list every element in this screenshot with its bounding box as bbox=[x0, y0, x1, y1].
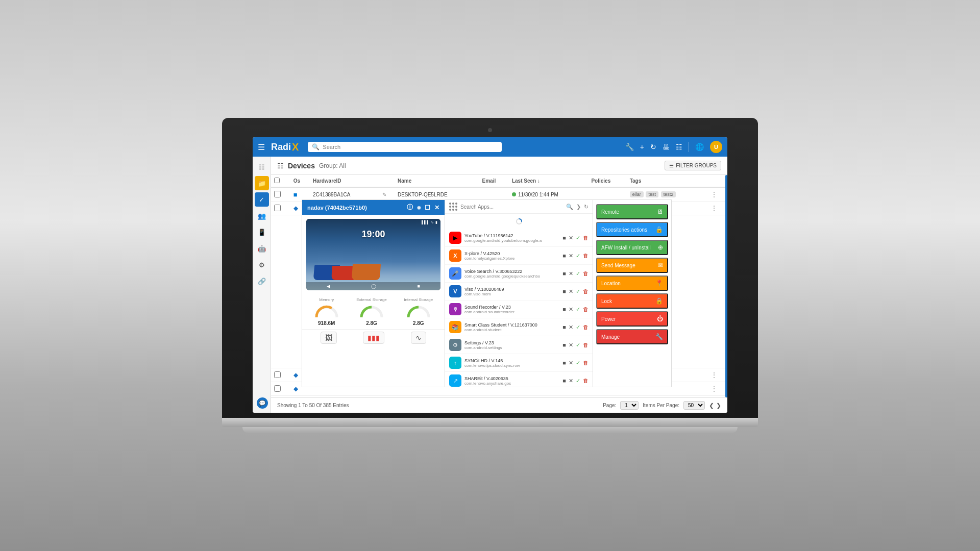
app-cancel-icon[interactable]: ✕ bbox=[569, 253, 573, 259]
search-input[interactable] bbox=[323, 144, 498, 150]
apps-search-input[interactable] bbox=[460, 204, 563, 210]
device-screenshot-area: ▌▌▌ ∿ ▮ 19:00 bbox=[306, 219, 440, 290]
popup-desktop-icon[interactable]: ⎈ bbox=[417, 204, 421, 211]
hamburger-menu-icon[interactable]: ☰ bbox=[258, 142, 265, 152]
app-cancel-icon[interactable]: ✕ bbox=[569, 378, 573, 384]
next-page-icon[interactable]: ❯ bbox=[716, 402, 721, 409]
apps-refresh-icon[interactable]: ↻ bbox=[584, 204, 589, 210]
metric-internal-value: 2.8G bbox=[413, 320, 424, 326]
power-button[interactable]: Power ⏻ bbox=[596, 311, 668, 327]
popup-info-icon[interactable]: ⓘ bbox=[407, 203, 413, 212]
tag-eilar: eilar bbox=[630, 191, 644, 197]
battery-chart-button[interactable]: ▮▮▮ bbox=[363, 332, 384, 344]
grid-menu-icon[interactable] bbox=[449, 203, 457, 211]
app-stop-icon[interactable]: ■ bbox=[562, 235, 566, 241]
back-btn[interactable]: ◀ bbox=[327, 284, 330, 289]
app-trash-icon[interactable]: 🗑 bbox=[583, 270, 589, 277]
device-icons-row: 🖼 ▮▮▮ ∿ bbox=[302, 329, 445, 346]
row-menu-icon[interactable]: ⋮ bbox=[710, 190, 718, 198]
sidebar-item-apps[interactable]: ☷ bbox=[255, 160, 269, 174]
chat-bubble[interactable]: 💬 bbox=[257, 397, 268, 409]
row-checkbox[interactable] bbox=[274, 191, 281, 197]
monitor-icon: 🖼 bbox=[325, 334, 332, 342]
location-button[interactable]: Location 📍 bbox=[596, 276, 668, 291]
app-cancel-icon[interactable]: ✕ bbox=[569, 306, 573, 313]
app-cancel-icon[interactable]: ✕ bbox=[569, 270, 573, 277]
remote-button[interactable]: Remote 🖥 bbox=[596, 204, 668, 219]
app-check-icon[interactable]: ✓ bbox=[576, 324, 580, 331]
grid-icon[interactable]: ☷ bbox=[676, 143, 682, 151]
search-box[interactable]: 🔍 bbox=[308, 142, 502, 152]
app-trash-icon[interactable]: 🗑 bbox=[583, 235, 589, 241]
sidebar-item-folder[interactable]: 📁 bbox=[255, 176, 269, 190]
popup-right-gap bbox=[596, 347, 668, 383]
sidebar-item-users[interactable]: 👥 bbox=[255, 209, 269, 223]
app-cancel-icon[interactable]: ✕ bbox=[569, 360, 573, 366]
app-cancel-icon[interactable]: ✕ bbox=[569, 288, 573, 295]
app-stop-icon[interactable]: ■ bbox=[562, 306, 566, 312]
apps-nav-icon[interactable]: ❯ bbox=[576, 204, 581, 210]
app-check-icon[interactable]: ✓ bbox=[576, 270, 580, 277]
items-per-page-select[interactable]: 50 bbox=[683, 401, 705, 410]
app-cancel-icon[interactable]: ✕ bbox=[569, 342, 573, 348]
page-select[interactable]: 1 bbox=[620, 401, 639, 410]
wrench-icon[interactable]: 🔧 bbox=[625, 143, 634, 151]
app-check-icon[interactable]: ✓ bbox=[576, 360, 580, 366]
app-stop-icon[interactable]: ■ bbox=[562, 360, 566, 366]
sidebar-item-settings[interactable]: ⚙ bbox=[255, 258, 269, 272]
lock-button[interactable]: Lock 🔒 bbox=[596, 293, 668, 309]
wifi-button[interactable]: ∿ bbox=[411, 332, 426, 344]
app-check-icon[interactable]: ✓ bbox=[576, 306, 580, 313]
avatar[interactable]: U bbox=[710, 141, 722, 153]
sidebar-item-android[interactable]: 🤖 bbox=[255, 241, 269, 256]
app-stop-icon[interactable]: ■ bbox=[562, 342, 566, 348]
app-check-icon[interactable]: ✓ bbox=[576, 288, 580, 295]
app-trash-icon[interactable]: 🗑 bbox=[583, 342, 589, 348]
row-checkbox[interactable] bbox=[274, 371, 281, 378]
monitor-button[interactable]: 🖼 bbox=[321, 332, 337, 344]
plus-icon[interactable]: + bbox=[640, 143, 644, 151]
app-trash-icon[interactable]: 🗑 bbox=[583, 253, 589, 259]
app-check-icon[interactable]: ✓ bbox=[576, 378, 580, 384]
app-trash-icon[interactable]: 🗑 bbox=[583, 378, 589, 384]
row-checkbox[interactable] bbox=[274, 205, 281, 211]
app-cancel-icon[interactable]: ✕ bbox=[569, 324, 573, 331]
app-trash-icon[interactable]: 🗑 bbox=[583, 306, 589, 312]
print-icon[interactable]: 🖶 bbox=[663, 143, 670, 151]
app-cancel-icon[interactable]: ✕ bbox=[569, 235, 573, 241]
app-trash-icon[interactable]: 🗑 bbox=[583, 324, 589, 330]
app-pkg: com.android.settings bbox=[464, 345, 559, 350]
sidebar-item-link[interactable]: 🔗 bbox=[255, 274, 269, 288]
recent-btn[interactable]: ■ bbox=[417, 284, 420, 289]
manage-button[interactable]: Manage 🔧 bbox=[596, 329, 668, 344]
home-btn[interactable]: ◯ bbox=[371, 284, 376, 289]
afw-button[interactable]: AFW Install / unInstall ⊕ bbox=[596, 240, 668, 255]
logo-x: X bbox=[292, 141, 299, 153]
popup-window-icon[interactable]: ☐ bbox=[425, 204, 430, 211]
pagination: Page: 1 Items Per Page: 50 ❮ bbox=[603, 401, 721, 410]
repositories-button[interactable]: Repositories actions 🔒 bbox=[596, 222, 668, 237]
send-message-button[interactable]: Send Message ✉ bbox=[596, 258, 668, 273]
select-all-checkbox[interactable] bbox=[274, 178, 280, 183]
prev-page-icon[interactable]: ❮ bbox=[709, 402, 714, 409]
app-stop-icon[interactable]: ■ bbox=[562, 270, 566, 277]
app-stop-icon[interactable]: ■ bbox=[562, 378, 566, 384]
col-last-seen[interactable]: Last Seen ↓ bbox=[509, 175, 588, 187]
app-trash-icon[interactable]: 🗑 bbox=[583, 288, 589, 294]
app-check-icon[interactable]: ✓ bbox=[576, 342, 580, 348]
app-stop-icon[interactable]: ■ bbox=[562, 324, 566, 330]
app-trash-icon[interactable]: 🗑 bbox=[583, 360, 589, 366]
globe-icon[interactable]: 🌐 bbox=[695, 143, 704, 151]
row-checkbox[interactable] bbox=[274, 385, 281, 392]
app-stop-icon[interactable]: ■ bbox=[562, 253, 566, 259]
popup-close-icon[interactable]: ✕ bbox=[434, 204, 439, 211]
apps-search-icon[interactable]: 🔍 bbox=[566, 204, 573, 210]
sidebar-item-device[interactable]: 📱 bbox=[255, 225, 269, 239]
filter-groups-button[interactable]: ☰ FILTER GROUPS bbox=[665, 161, 721, 170]
app-check-icon[interactable]: ✓ bbox=[576, 235, 580, 241]
refresh-icon[interactable]: ↻ bbox=[650, 143, 656, 151]
app-check-icon[interactable]: ✓ bbox=[576, 253, 580, 259]
edit-icon[interactable]: ✎ bbox=[382, 192, 386, 197]
sidebar-item-check[interactable]: ✓ bbox=[255, 192, 269, 207]
app-stop-icon[interactable]: ■ bbox=[562, 288, 566, 294]
